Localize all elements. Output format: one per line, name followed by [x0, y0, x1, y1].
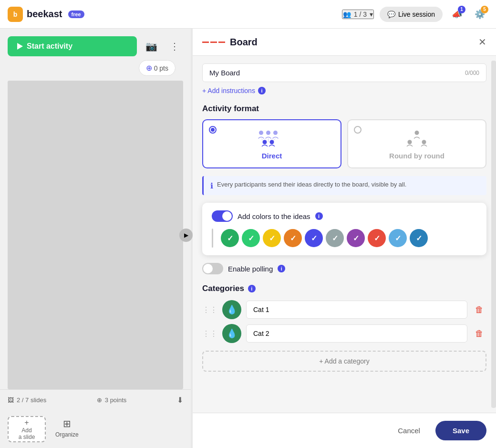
- slides-icon: 🖼: [8, 396, 14, 404]
- droplet-icon-2: 💧: [227, 328, 237, 339]
- color-purple[interactable]: ✓: [347, 229, 365, 247]
- add-colors-toggle[interactable]: [212, 210, 233, 222]
- add-category-button[interactable]: + Add a category: [202, 351, 486, 372]
- categories-info-icon[interactable]: i: [248, 285, 256, 292]
- cat2-input[interactable]: [246, 324, 467, 343]
- svg-point-0: [259, 131, 263, 135]
- cancel-label: Cancel: [398, 427, 420, 435]
- color-dark-blue[interactable]: ✓: [410, 229, 428, 247]
- grid-icon: ⊞: [63, 418, 71, 429]
- panel-footer: Cancel Save: [193, 413, 496, 448]
- direct-format-card[interactable]: Direct: [202, 119, 341, 168]
- color-yellow[interactable]: ✓: [263, 229, 281, 247]
- filter-icon: ⬇: [177, 396, 183, 405]
- drag-handle-2[interactable]: ⋮⋮: [202, 329, 217, 338]
- categories-title: Categories: [202, 284, 244, 293]
- megaphone-button[interactable]: 📣 1: [448, 6, 465, 23]
- add-colors-label: Add colors to the ideas: [238, 212, 310, 220]
- cat2-icon[interactable]: 💧: [222, 324, 241, 343]
- close-icon: ✕: [478, 37, 486, 47]
- check-icon: ✓: [227, 234, 233, 243]
- add-instructions-link[interactable]: + Add instructions i: [202, 87, 486, 94]
- cancel-button[interactable]: Cancel: [388, 421, 430, 440]
- bottom-toolbar: + Add a slide ⊞ Organize: [0, 410, 191, 448]
- color-green-dark[interactable]: ✓: [221, 229, 239, 247]
- start-activity-label: Start activity: [27, 42, 72, 51]
- check-icon: ✓: [416, 234, 422, 243]
- camera-button[interactable]: 📷: [142, 37, 161, 56]
- toggle-off-knob: [203, 264, 213, 273]
- enable-polling-label: Enable polling: [228, 265, 273, 273]
- activity-format-title: Activity format: [202, 104, 486, 114]
- start-activity-button[interactable]: Start activity: [8, 36, 137, 56]
- points-value: 0 pts: [154, 64, 168, 72]
- add-category-label: + Add a category: [319, 357, 369, 365]
- toggle-knob: [222, 211, 232, 221]
- logo-area: b beekast free: [8, 7, 84, 22]
- category-row-1: ⋮⋮ 💧 🗑: [202, 300, 486, 319]
- color-green[interactable]: ✓: [242, 229, 260, 247]
- color-light-blue[interactable]: ✓: [389, 229, 407, 247]
- settings-button[interactable]: ⚙️ 5: [471, 6, 488, 23]
- format-info-bar: ℹ Every participants send their ideas di…: [202, 176, 486, 195]
- plus-circle-icon: ⊕: [146, 63, 152, 73]
- participants-count: 1 / 3: [354, 10, 367, 18]
- info-icon: ℹ: [210, 181, 213, 190]
- slide-preview: [8, 81, 183, 389]
- free-badge: free: [68, 10, 84, 18]
- close-panel-button[interactable]: ✕: [478, 36, 486, 48]
- cat1-delete-button[interactable]: 🗑: [472, 302, 486, 318]
- check-icon: ✓: [395, 234, 401, 243]
- round-people-icon: [403, 128, 431, 147]
- trash-icon-1: 🗑: [475, 305, 484, 314]
- notif-badge: 1: [458, 6, 465, 13]
- board-name-input[interactable]: [209, 69, 465, 77]
- svg-point-1: [266, 131, 270, 135]
- sidebar-toolbar: Start activity 📷 ⋮: [0, 29, 191, 64]
- round-radio: [354, 126, 362, 134]
- color-orange[interactable]: ✓: [284, 229, 302, 247]
- drag-handle-1[interactable]: ⋮⋮: [202, 305, 217, 314]
- colors-row: ✓ ✓ ✓ ✓ ✓ ✓ ✓ ✓ ✓ ✓: [212, 229, 477, 248]
- enable-polling-toggle[interactable]: [202, 263, 223, 274]
- colors-info-icon[interactable]: i: [315, 212, 323, 220]
- color-red[interactable]: ✓: [368, 229, 386, 247]
- format-options: Direct Round by round: [202, 119, 486, 168]
- slides-info: 🖼 2 / 7 slides: [8, 396, 46, 404]
- color-gray[interactable]: ✓: [326, 229, 344, 247]
- droplet-icon-1: 💧: [227, 304, 237, 315]
- cat1-input[interactable]: [246, 301, 467, 319]
- round-format-card[interactable]: Round by round: [347, 119, 486, 168]
- svg-point-2: [273, 131, 278, 135]
- colors-panel: Add colors to the ideas i ✓ ✓ ✓ ✓ ✓ ✓ ✓ …: [202, 203, 486, 255]
- chat-icon: 💬: [387, 10, 395, 18]
- participants-button[interactable]: 👥 1 / 3 ▾: [342, 10, 374, 19]
- check-icon: ✓: [353, 234, 359, 243]
- topbar-right: 👥 1 / 3 ▾ 💬 Live session 📣 1 ⚙️ 5: [342, 6, 488, 23]
- colors-header: Add colors to the ideas i: [212, 210, 477, 222]
- points-label: 3 points: [105, 396, 127, 404]
- next-slide-arrow[interactable]: ▶: [179, 229, 193, 242]
- more-options-button[interactable]: ⋮: [166, 37, 183, 56]
- save-button[interactable]: Save: [435, 421, 486, 440]
- points-circle-icon: ⊕: [97, 396, 102, 404]
- plus-icon: +: [24, 418, 29, 427]
- check-icon: ✓: [374, 234, 380, 243]
- direct-format-label: Direct: [262, 152, 282, 160]
- live-session-button[interactable]: 💬 Live session: [380, 7, 443, 22]
- cat1-icon[interactable]: 💧: [222, 300, 241, 319]
- round-format-label: Round by round: [389, 152, 444, 160]
- save-label: Save: [453, 427, 469, 435]
- add-slide-button[interactable]: + Add a slide: [8, 416, 46, 442]
- add-slide-label: Add a slide: [19, 427, 35, 440]
- svg-point-10: [422, 140, 426, 144]
- topbar: b beekast free 👥 1 / 3 ▾ 💬 Live session …: [0, 0, 496, 29]
- sidebar-footer: 🖼 2 / 7 slides ⊕ 3 points ⬇: [0, 389, 191, 410]
- board-icon: [202, 41, 225, 44]
- info-circle-icon: i: [258, 87, 266, 94]
- organize-button[interactable]: ⊞ Organize: [55, 416, 79, 442]
- cat2-delete-button[interactable]: 🗑: [472, 326, 486, 342]
- svg-point-9: [408, 140, 412, 144]
- color-blue[interactable]: ✓: [305, 229, 323, 247]
- polling-info-icon[interactable]: i: [278, 265, 285, 272]
